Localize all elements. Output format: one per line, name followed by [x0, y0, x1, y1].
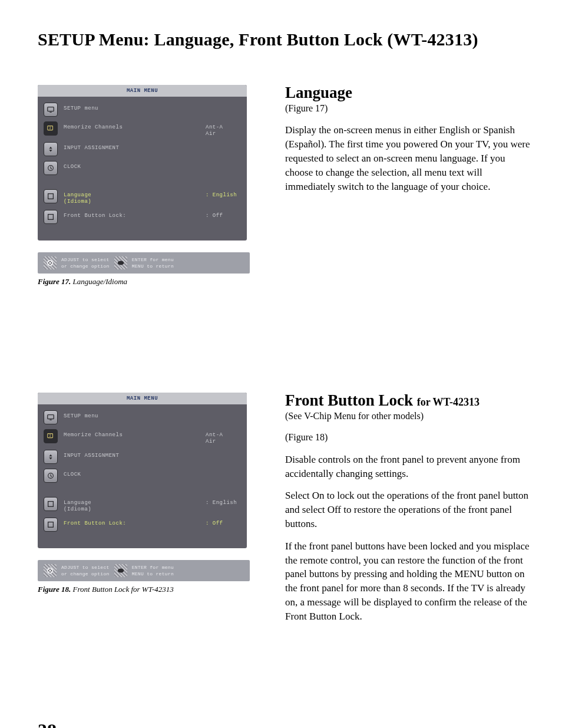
svg-point-6 [47, 260, 54, 266]
figure-17-caption: Figure 17. Language/Idioma [38, 277, 250, 286]
osd-footer: ADJUST to selector change option ENTER f… [38, 560, 250, 581]
osd-label: SETUP menu [64, 410, 241, 420]
square-icon [44, 497, 58, 511]
body-paragraph: If the front panel buttons have been loc… [285, 539, 533, 624]
clock-icon [44, 161, 58, 175]
osd-value: Ant-A Air [206, 121, 241, 137]
osd-body: SETUP menu 2 Memorize Channels Ant-A Air… [38, 97, 247, 241]
updown-icon [44, 450, 58, 464]
body-paragraph: Display the on-screen menus in either En… [285, 123, 533, 193]
tv-icon [44, 103, 58, 117]
enter-icon [114, 256, 127, 269]
tv-icon [44, 410, 58, 424]
svg-rect-4 [48, 194, 54, 199]
footer-text-right: ENTER for menuMENU to return [132, 564, 174, 577]
square-icon [44, 518, 58, 532]
figure-18-caption: Figure 18. Front Button Lock for WT-4231… [38, 585, 250, 594]
osd-title: MAIN MENU [38, 85, 247, 97]
page-title: SETUP Menu: Language, Front Button Lock … [38, 29, 533, 50]
osd-value: : Off [206, 210, 241, 219]
osd-label: Front Button Lock: [64, 210, 200, 219]
figure-17-block: MAIN MENU SETUP menu 2 Memorize Channels… [38, 85, 250, 286]
osd-item-setup: SETUP menu [44, 408, 241, 427]
osd-label: Language (Idioma) [64, 497, 200, 513]
osd-value: Ant-A Air [206, 429, 241, 445]
svg-text:2: 2 [49, 434, 51, 438]
svg-rect-5 [48, 215, 54, 220]
square-icon [44, 189, 58, 203]
dpad-icon [44, 564, 57, 577]
document-page: SETUP Menu: Language, Front Button Lock … [0, 0, 562, 728]
svg-rect-13 [48, 522, 54, 528]
channel-icon: 2 [44, 429, 58, 443]
osd-label: Memorize Channels [64, 429, 200, 439]
svg-rect-12 [48, 502, 54, 507]
clock-icon [44, 469, 58, 483]
dpad-icon [44, 256, 57, 269]
language-section: Language (Figure 17) Display the on-scre… [285, 85, 533, 286]
osd-footer: ADJUST to selector change option ENTER f… [38, 252, 250, 274]
svg-point-14 [47, 568, 54, 574]
osd-item-setup: SETUP menu [44, 100, 241, 119]
enter-icon [114, 564, 127, 577]
section-subref: (See V-Chip Menu for other models) [285, 410, 533, 423]
page-number: 38 [38, 720, 57, 728]
osd-label: Language (Idioma) [64, 189, 200, 205]
osd-item-memorize: 2 Memorize Channels Ant-A Air [44, 427, 241, 447]
row-figure-18: MAIN MENU SETUP menu 2 Memorize Channels… [38, 393, 533, 632]
osd-label: INPUT ASSIGNMENT [64, 450, 241, 459]
osd-item-input: INPUT ASSIGNMENT [44, 140, 241, 159]
osd-value: : Off [206, 518, 241, 527]
osd-value: : English [206, 189, 241, 199]
osd-label: Front Button Lock: [64, 518, 200, 527]
footer-text-right: ENTER for menuMENU to return [132, 256, 174, 269]
footer-text-left: ADJUST to selector change option [61, 256, 110, 269]
spacer [44, 177, 241, 187]
osd-item-lock: Front Button Lock: : Off [44, 515, 241, 534]
body-paragraph: Select On to lock out the operations of … [285, 489, 533, 531]
osd-item-clock: CLOCK [44, 159, 241, 177]
front-button-lock-section: Front Button Lock for WT-42313 (See V-Ch… [285, 393, 533, 632]
osd-item-memorize: 2 Memorize Channels Ant-A Air [44, 119, 241, 140]
svg-rect-8 [48, 415, 54, 419]
section-heading: Language [285, 85, 533, 101]
osd-body: SETUP menu 2 Memorize Channels Ant-A Air… [38, 404, 247, 548]
square-icon [44, 210, 58, 224]
osd-label: CLOCK [64, 161, 241, 170]
channel-icon: 2 [44, 121, 58, 136]
body-paragraph: Disable controls on the front panel to p… [285, 453, 533, 481]
osd-title: MAIN MENU [38, 393, 247, 404]
figure-18-block: MAIN MENU SETUP menu 2 Memorize Channels… [38, 393, 250, 632]
osd-label: INPUT ASSIGNMENT [64, 142, 241, 151]
footer-text-left: ADJUST to selector change option [61, 564, 110, 577]
osd-value: : English [206, 497, 241, 506]
osd-label: CLOCK [64, 469, 241, 478]
osd-menu-fig18: MAIN MENU SETUP menu 2 Memorize Channels… [38, 393, 247, 548]
svg-point-7 [117, 261, 124, 265]
osd-item-language: Language (Idioma) : English [44, 187, 241, 207]
osd-label: Memorize Channels [64, 121, 200, 131]
osd-item-input: INPUT ASSIGNMENT [44, 447, 241, 466]
row-figure-17: MAIN MENU SETUP menu 2 Memorize Channels… [38, 85, 533, 286]
section-ref: (Figure 17) [285, 102, 533, 115]
osd-label: SETUP menu [64, 103, 241, 112]
osd-item-language: Language (Idioma) : English [44, 495, 241, 515]
svg-point-15 [117, 569, 124, 573]
svg-rect-0 [48, 107, 54, 111]
spacer [44, 485, 241, 495]
section-heading: Front Button Lock for WT-42313 [285, 393, 533, 409]
osd-item-lock: Front Button Lock: : Off [44, 207, 241, 226]
osd-menu-fig17: MAIN MENU SETUP menu 2 Memorize Channels… [38, 85, 247, 241]
svg-text:2: 2 [49, 127, 51, 130]
osd-item-clock: CLOCK [44, 466, 241, 485]
updown-icon [44, 142, 58, 156]
section-ref: (Figure 18) [285, 431, 533, 444]
